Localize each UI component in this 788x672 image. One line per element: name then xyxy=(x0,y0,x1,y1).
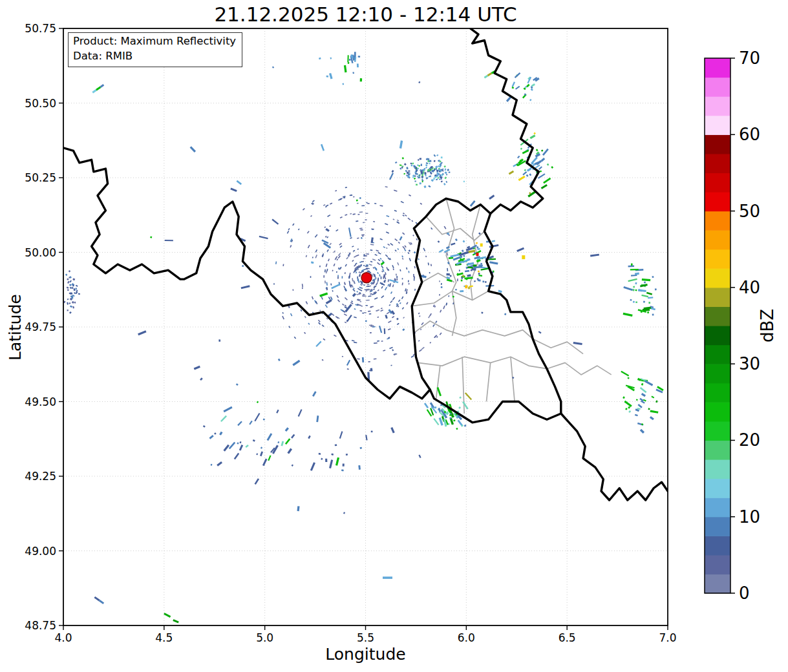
radar-site-marker xyxy=(361,273,372,283)
figure: 4.04.55.05.56.06.57.048.7549.0049.2549.5… xyxy=(0,0,788,672)
annotation-box: Product: Maximum Reflectivity Data: RMIB xyxy=(68,32,242,67)
svg-text:70: 70 xyxy=(739,48,760,68)
svg-text:49.00: 49.00 xyxy=(25,545,56,558)
svg-text:10: 10 xyxy=(739,507,760,527)
svg-text:6.5: 6.5 xyxy=(559,631,576,644)
svg-text:50.75: 50.75 xyxy=(25,22,56,35)
svg-text:5.0: 5.0 xyxy=(256,631,273,644)
svg-text:49.50: 49.50 xyxy=(25,395,56,408)
colorbar-label: dBZ xyxy=(758,309,777,342)
svg-text:49.25: 49.25 xyxy=(25,470,56,483)
svg-text:40: 40 xyxy=(739,278,760,297)
svg-text:50: 50 xyxy=(739,202,760,221)
annotation-product-line: Product: Maximum Reflectivity xyxy=(73,34,236,49)
gridlines xyxy=(63,28,668,625)
svg-text:49.75: 49.75 xyxy=(25,320,56,333)
svg-text:48.75: 48.75 xyxy=(25,619,56,632)
annotation-data-line: Data: RMIB xyxy=(73,49,236,64)
svg-text:4.0: 4.0 xyxy=(54,631,72,644)
svg-text:50.25: 50.25 xyxy=(25,171,56,184)
svg-text:50.50: 50.50 xyxy=(25,97,56,110)
svg-text:60: 60 xyxy=(739,125,760,144)
x-axis-label: Longitude xyxy=(63,645,668,664)
svg-text:5.5: 5.5 xyxy=(357,631,374,644)
region-borders xyxy=(412,198,612,414)
svg-text:7.0: 7.0 xyxy=(659,631,676,644)
colorbar: 010203040506070dBZ xyxy=(705,48,777,603)
svg-text:50.00: 50.00 xyxy=(25,246,56,259)
svg-text:30: 30 xyxy=(739,354,760,373)
svg-text:6.0: 6.0 xyxy=(458,631,475,644)
svg-text:20: 20 xyxy=(739,430,760,450)
plot-title: 21.12.2025 12:10 - 12:14 UTC xyxy=(63,3,668,26)
radar-map-svg: 4.04.55.05.56.06.57.048.7549.0049.2549.5… xyxy=(0,0,788,672)
svg-text:4.5: 4.5 xyxy=(155,631,173,644)
axis-ticks xyxy=(59,28,668,630)
radar-echoes xyxy=(63,52,664,623)
y-axis-label: Latitude xyxy=(6,263,25,392)
svg-text:0: 0 xyxy=(739,583,750,603)
